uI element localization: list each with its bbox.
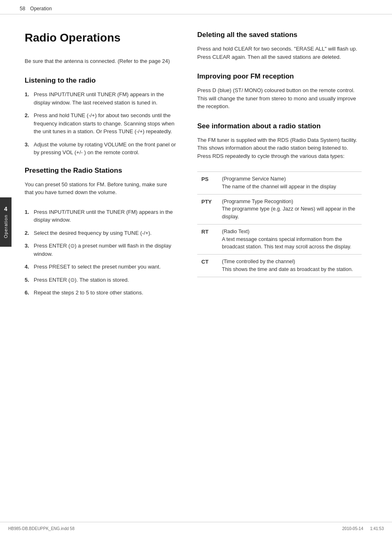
presetting-step-5: 5. Press ENTER (⊙). The station is store… — [25, 276, 177, 284]
rds-table-row: CT(Time controlled by the channel)This s… — [197, 255, 362, 277]
rds-table: PS(Programme Service Name)The name of th… — [197, 171, 362, 277]
step-text-1: Press INPUT/TUNER until TUNER (FM) appea… — [34, 90, 177, 107]
deleting-body: Press and hold CLEAR for two seconds. "E… — [197, 45, 362, 61]
section-improving-heading: Improving poor FM reception — [197, 72, 362, 81]
footer-date: 2010-05-14 — [342, 526, 363, 531]
presetting-step-2: 2. Select the desired frequency by using… — [25, 229, 177, 237]
listening-step-3: 3. Adjust the volume by rotating VOLUME … — [25, 141, 177, 157]
section-deleting-heading: Deleting all the saved stations — [197, 31, 362, 39]
listening-steps-list: 1. Press INPUT/TUNER until TUNER (FM) ap… — [25, 90, 177, 157]
listening-step-2: 2. Press and hold TUNE (-/+) for about t… — [25, 111, 177, 136]
page-title: Radio Operations — [25, 31, 177, 45]
side-tab-label: Operation — [3, 215, 8, 238]
preset-num-3: 3. — [25, 242, 34, 258]
page-wrapper: 58 Operation 4 Operation Radio Operation… — [0, 0, 392, 535]
main-content: Radio Operations Be sure that the antenn… — [0, 14, 392, 331]
preset-text-2: Select the desired frequency by using TU… — [34, 229, 177, 237]
rds-table-row: RT(Radio Text)A text message contains sp… — [197, 224, 362, 254]
listening-step-1: 1. Press INPUT/TUNER until TUNER (FM) ap… — [25, 90, 177, 107]
presetting-steps-list: 1. Press INPUT/TUNER until the TUNER (FM… — [25, 208, 177, 297]
preset-num-5: 5. — [25, 276, 34, 284]
preset-text-1: Press INPUT/TUNER until the TUNER (FM) a… — [34, 208, 177, 224]
presetting-step-4: 4. Press PRESET to select the preset num… — [25, 263, 177, 271]
rds-description: (Time controlled by the channel)This sho… — [218, 255, 362, 277]
rds-code: PS — [197, 172, 218, 195]
step-text-2: Press and hold TUNE (-/+) for about two … — [34, 111, 177, 136]
rds-description: (Programme Type Recognition)The programm… — [218, 194, 362, 224]
rds-code: PTY — [197, 194, 218, 224]
presetting-step-1: 1. Press INPUT/TUNER until the TUNER (FM… — [25, 208, 177, 224]
rds-description: (Programme Service Name)The name of the … — [218, 172, 362, 195]
preset-num-4: 4. — [25, 263, 34, 271]
side-tab-number: 4 — [4, 206, 7, 212]
bottom-bar: HB985-DB.BDEUPPK_ENG.indd 58 2010-05-14 … — [0, 522, 392, 535]
step-num-3: 3. — [25, 141, 34, 157]
top-bar: 58 Operation — [0, 0, 392, 14]
preset-num-6: 6. — [25, 289, 34, 297]
step-text-3: Adjust the volume by rotating VOLUME on … — [34, 141, 177, 157]
preset-text-6: Repeat the steps 2 to 5 to store other s… — [34, 289, 177, 297]
section-presetting-heading: Presetting the Radio Stations — [25, 167, 177, 175]
improving-body: Press D (blue) (ST/ MONO) coloured butto… — [197, 86, 362, 111]
side-tab: 4 Operation — [0, 197, 12, 247]
preset-text-5: Press ENTER (⊙). The station is stored. — [34, 276, 177, 284]
step-num-2: 2. — [25, 111, 34, 136]
section-radioinfo-heading: See information about a radio station — [197, 122, 362, 130]
preset-num-1: 1. — [25, 208, 34, 224]
presetting-step-3: 3. Press ENTER (⊙) a preset number will … — [25, 242, 177, 258]
intro-text: Be sure that the antenna is connected. (… — [25, 57, 177, 65]
right-column: Deleting all the saved stations Press an… — [189, 23, 378, 315]
presetting-step-6: 6. Repeat the steps 2 to 5 to store othe… — [25, 289, 177, 297]
page-number: 58 — [20, 6, 25, 12]
rds-table-row: PTY(Programme Type Recognition)The progr… — [197, 194, 362, 224]
preset-text-3: Press ENTER (⊙) a preset number will fla… — [34, 242, 177, 258]
section-listening-heading: Listening to the radio — [25, 76, 177, 85]
left-column: Radio Operations Be sure that the antenn… — [0, 23, 189, 315]
preset-text-4: Press PRESET to select the preset number… — [34, 263, 177, 271]
rds-code: CT — [197, 255, 218, 277]
footer-file: HB985-DB.BDEUPPK_ENG.indd 58 — [8, 526, 74, 531]
footer-time: 1:41:53 — [370, 526, 384, 531]
rds-code: RT — [197, 224, 218, 254]
presetting-intro: You can preset 50 stations for FM. Befor… — [25, 181, 177, 197]
rds-table-row: PS(Programme Service Name)The name of th… — [197, 172, 362, 195]
preset-num-2: 2. — [25, 229, 34, 237]
footer-date-time: 2010-05-14 1:41:53 — [342, 526, 384, 531]
top-bar-chapter: Operation — [30, 6, 52, 12]
radioinfo-body: The FM tuner is supplied with the RDS (R… — [197, 136, 362, 160]
rds-description: (Radio Text)A text message contains spec… — [218, 224, 362, 254]
step-num-1: 1. — [25, 90, 34, 107]
